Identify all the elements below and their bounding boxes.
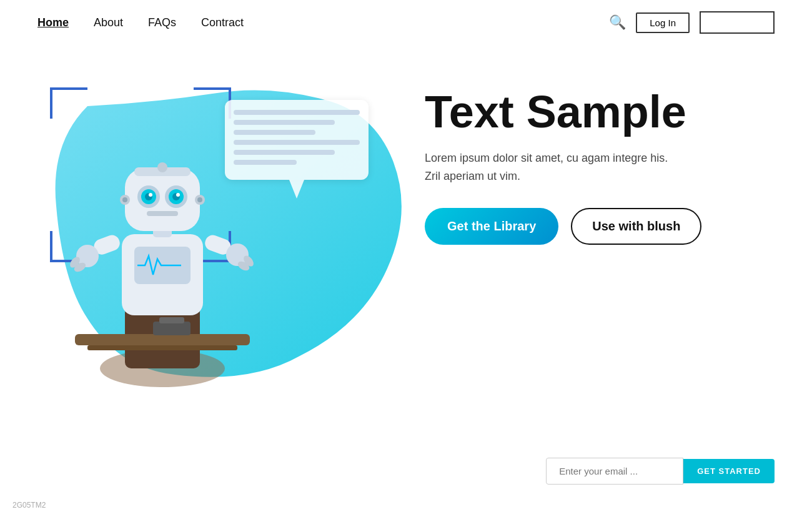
svg-rect-30 xyxy=(87,345,237,350)
svg-rect-13 xyxy=(125,169,200,231)
subtitle: Lorem ipsum dolor sit amet, cu agam inte… xyxy=(425,149,775,185)
right-content: Text Sample Lorem ipsum dolor sit amet, … xyxy=(425,87,775,270)
chat-line-3 xyxy=(234,130,315,135)
subtitle-line2: Zril aperiam ut vim. xyxy=(425,170,520,182)
main-section: Text Sample Lorem ipsum dolor sit amet, … xyxy=(0,50,812,522)
chat-line-4 xyxy=(234,140,360,145)
watermark: 2G05TM2 xyxy=(12,501,46,510)
svg-point-25 xyxy=(197,197,202,202)
main-title: Text Sample xyxy=(425,87,775,137)
svg-rect-31 xyxy=(153,322,191,335)
chat-line-5 xyxy=(234,150,335,155)
nav-about[interactable]: About xyxy=(94,16,123,29)
email-input[interactable] xyxy=(546,458,683,485)
nav-faqs[interactable]: FAQs xyxy=(148,16,176,29)
use-with-blush-button[interactable]: Use with blush xyxy=(571,208,701,245)
subtitle-line1: Lorem ipsum dolor sit amet, cu agam inte… xyxy=(425,152,668,164)
svg-rect-32 xyxy=(159,317,184,323)
get-started-button[interactable]: GET STARTED xyxy=(683,459,775,483)
get-library-button[interactable]: Get the Library xyxy=(425,208,558,245)
chat-bubble xyxy=(225,100,369,180)
svg-point-21 xyxy=(176,193,180,197)
chat-line-1 xyxy=(234,110,360,115)
svg-point-23 xyxy=(122,197,127,202)
nav-home[interactable]: Home xyxy=(37,16,69,29)
svg-point-20 xyxy=(149,193,152,197)
svg-rect-29 xyxy=(75,334,250,345)
nav-contract[interactable]: Contract xyxy=(201,16,244,29)
header-right: 🔍 Log In xyxy=(609,11,775,34)
chat-line-6 xyxy=(234,160,297,165)
login-button[interactable]: Log In xyxy=(636,12,690,33)
svg-rect-28 xyxy=(147,211,178,216)
chat-line-2 xyxy=(234,120,335,125)
main-nav: Home About FAQs Contract xyxy=(37,16,244,29)
search-icon[interactable]: 🔍 xyxy=(609,14,626,31)
header-input-box xyxy=(700,11,775,34)
svg-point-27 xyxy=(157,162,167,172)
email-signup: GET STARTED xyxy=(546,458,775,485)
cta-buttons: Get the Library Use with blush xyxy=(425,208,775,245)
